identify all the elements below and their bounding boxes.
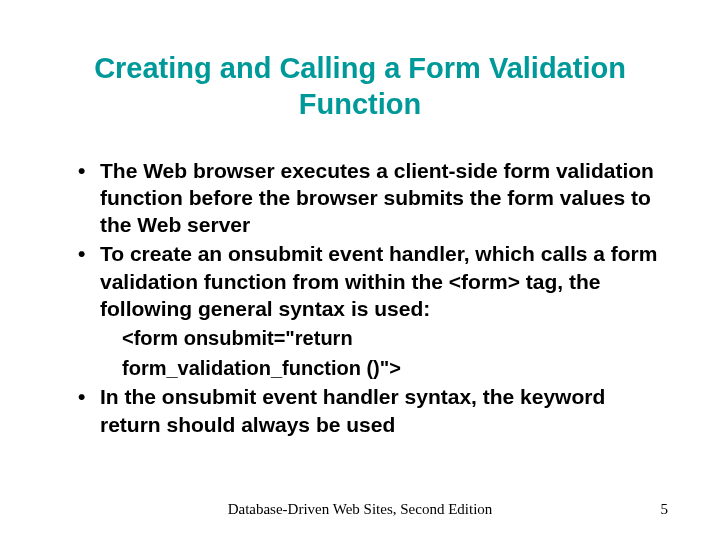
bullet-list: The Web browser executes a client-side f…: [60, 157, 660, 323]
code-line: <form onsubmit="return: [122, 326, 660, 352]
bullet-item: In the onsubmit event handler syntax, th…: [78, 383, 660, 438]
page-number: 5: [661, 501, 669, 518]
code-line: form_validation_function ()">: [122, 356, 660, 382]
bullet-item: The Web browser executes a client-side f…: [78, 157, 660, 239]
slide: Creating and Calling a Form Validation F…: [0, 0, 720, 540]
slide-title: Creating and Calling a Form Validation F…: [60, 50, 660, 123]
footer-text: Database-Driven Web Sites, Second Editio…: [0, 501, 720, 518]
bullet-list: In the onsubmit event handler syntax, th…: [60, 383, 660, 438]
bullet-item: To create an onsubmit event handler, whi…: [78, 240, 660, 322]
